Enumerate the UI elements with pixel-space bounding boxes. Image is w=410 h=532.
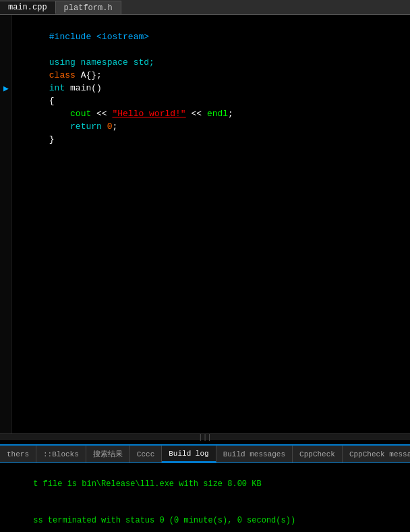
code-editor: ▶ #include <iostream> using namespace st… (0, 15, 410, 433)
gutter-breakpoint[interactable]: ▶ (0, 82, 12, 95)
gutter-line-1 (0, 18, 12, 30)
code-line-7: cout << "Hello world!" << endl; (18, 95, 410, 107)
bottom-panel: thers ::Blocks 搜索结果 Cccc Build log Build… (0, 444, 410, 532)
tab-cppcheck[interactable]: CppCheck (293, 446, 343, 462)
gutter-line-3 (0, 43, 12, 56)
tab-cccc[interactable]: Cccc (130, 446, 162, 462)
build-log-line-2: ss terminated with status 0 (0 minute(s)… (4, 502, 406, 532)
tab-platform-h[interactable]: platform.h (56, 1, 121, 14)
tab-cppcheck-messages[interactable]: CppCheck messages (343, 446, 410, 462)
gutter-line-7 (0, 95, 12, 107)
build-log-content: t file is bin\Release\lll.exe with size … (0, 463, 410, 532)
tab-main-cpp[interactable]: main.cpp (0, 1, 56, 14)
tab-build-messages[interactable]: Build messages (216, 446, 293, 462)
code-line-3: using namespace std; (18, 43, 410, 56)
code-text-area[interactable]: #include <iostream> using namespace std;… (12, 15, 410, 433)
gutter-line-8 (0, 107, 12, 120)
top-tab-bar: main.cpp platform.h (0, 0, 410, 15)
line-gutter: ▶ (0, 15, 12, 433)
horizontal-scrollbar[interactable]: ||| (0, 433, 410, 440)
tab-build-log[interactable]: Build log (162, 446, 216, 462)
gutter-line-5 (0, 69, 12, 82)
gutter-line-4 (0, 56, 12, 69)
gutter-line-2 (0, 30, 12, 43)
code-line-1: #include <iostream> (18, 18, 410, 30)
tab-codeblocks[interactable]: ::Blocks (36, 446, 86, 462)
build-log-line-1: t file is bin\Release\lll.exe with size … (4, 466, 406, 502)
tab-search-results[interactable]: 搜索结果 (86, 446, 130, 462)
tab-thers[interactable]: thers (0, 446, 36, 462)
gutter-line-9 (0, 120, 12, 133)
scroll-indicator: ||| (198, 434, 212, 441)
bottom-tab-bar: thers ::Blocks 搜索结果 Cccc Build log Build… (0, 446, 410, 463)
